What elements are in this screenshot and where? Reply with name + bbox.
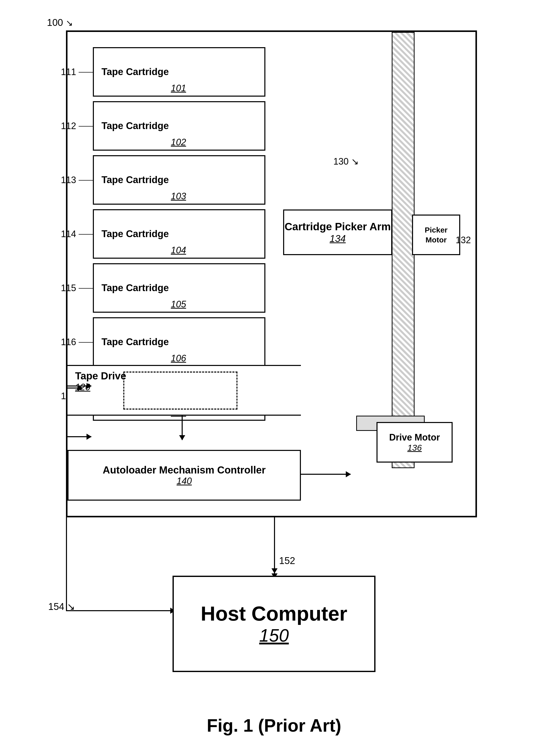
cartridge-label-102: Tape Cartridge [101, 120, 169, 131]
cartridge-number-101: 101 [171, 83, 186, 94]
drive-motor-number: 136 [408, 443, 422, 453]
ref-154-label: 154 ↘ [48, 601, 75, 612]
slot-ref-line-115 [79, 288, 94, 289]
arrow-152-vert [274, 517, 275, 578]
h-line-tape [66, 385, 91, 386]
picker-arm-label: Cartridge Picker Arm [285, 220, 391, 233]
ref-152-label: 152 [279, 555, 295, 566]
drive-motor-label: Drive Motor [389, 432, 440, 443]
slot-ref-116: 116 [61, 337, 76, 347]
h-line-auto-head [86, 434, 92, 440]
cartridge-label-103: Tape Cartridge [101, 174, 169, 185]
h-line-tape-head [86, 383, 92, 389]
slot-ref-line-112 [79, 126, 94, 127]
arrow-td-to-auto-head [179, 435, 185, 440]
cartridge-number-103: 103 [171, 191, 186, 202]
slot-ref-114: 114 [61, 229, 76, 239]
slot-ref-line-111 [79, 72, 94, 73]
slot-ref-line-116 [79, 342, 94, 343]
cartridge-slot-116: 116 Tape Cartridge 106 [93, 317, 265, 367]
cartridge-number-102: 102 [171, 137, 186, 148]
ref-130-label: 130 ↘ [333, 156, 359, 167]
cartridge-label-101: Tape Cartridge [101, 66, 169, 77]
tape-drive-dashed-box [123, 372, 237, 410]
cartridge-label-104: Tape Cartridge [101, 228, 169, 239]
arrow-td-to-auto [182, 415, 183, 440]
left-vert-line-lower [66, 517, 67, 611]
cartridge-number-106: 106 [171, 353, 186, 364]
cartridge-slot-114: 114 Tape Cartridge 104 [93, 209, 265, 259]
bottom-h-line-host [66, 610, 175, 611]
autoloader-number: 140 [176, 476, 192, 486]
h-line-auto [66, 436, 91, 437]
slot-ref-111: 111 [61, 67, 76, 77]
ref-100-label: 100 ↘ [47, 17, 73, 28]
tape-drive-label: Tape Drive [75, 370, 126, 382]
slot-ref-line-114 [79, 234, 94, 235]
vertical-rail-130 [392, 32, 415, 468]
cartridge-slot-115: 115 Tape Cartridge 105 [93, 263, 265, 313]
main-diagram-box: 111 Tape Cartridge 101 112 Tape Cartridg… [66, 30, 477, 517]
picker-motor-box: PickerMotor [412, 215, 460, 255]
ref-132-label: 132 [456, 235, 471, 245]
autoloader-label: Autoloader Mechanism Controller [103, 464, 265, 476]
arrow-auto-right-head [346, 471, 351, 477]
picker-motor-label: PickerMotor [425, 225, 448, 245]
tape-drive-section: Tape Drive 120 [67, 365, 301, 416]
autoloader-box: Autoloader Mechanism Controller 140 [67, 450, 301, 501]
tape-drive-inner: Tape Drive 120 [75, 370, 126, 393]
rail-body [392, 32, 415, 468]
arrow-auto-right [300, 474, 351, 475]
cartridge-slot-112: 112 Tape Cartridge 102 [93, 101, 265, 151]
picker-arm-number: 134 [330, 233, 346, 244]
picker-arm-box: Cartridge Picker Arm 134 [283, 209, 392, 255]
host-computer-label: Host Computer [201, 602, 347, 625]
tape-drive-number: 120 [75, 382, 126, 393]
slot-ref-112: 112 [61, 121, 76, 131]
host-computer-number: 150 [259, 625, 289, 646]
cartridge-label-105: Tape Cartridge [101, 283, 169, 293]
slot-ref-113: 113 [61, 175, 76, 185]
slot-ref-115: 115 [61, 283, 76, 293]
cartridge-slot-111: 111 Tape Cartridge 101 [93, 47, 265, 97]
cartridge-number-105: 105 [171, 299, 186, 310]
cartridge-label-106: Tape Cartridge [101, 337, 169, 347]
fig-caption-text: Fig. 1 (Prior Art) [207, 716, 341, 735]
cartridge-slot-113: 113 Tape Cartridge 103 [93, 155, 265, 205]
slot-ref-line-113 [79, 180, 94, 181]
page: 100 ↘ 111 Tape Cartridge 101 112 Tape Ca… [0, 0, 548, 756]
drive-motor-box: Drive Motor 136 [377, 422, 453, 463]
host-computer-box: Host Computer 150 [172, 576, 376, 672]
cartridge-number-104: 104 [171, 245, 186, 256]
fig-caption: Fig. 1 (Prior Art) [0, 715, 548, 736]
